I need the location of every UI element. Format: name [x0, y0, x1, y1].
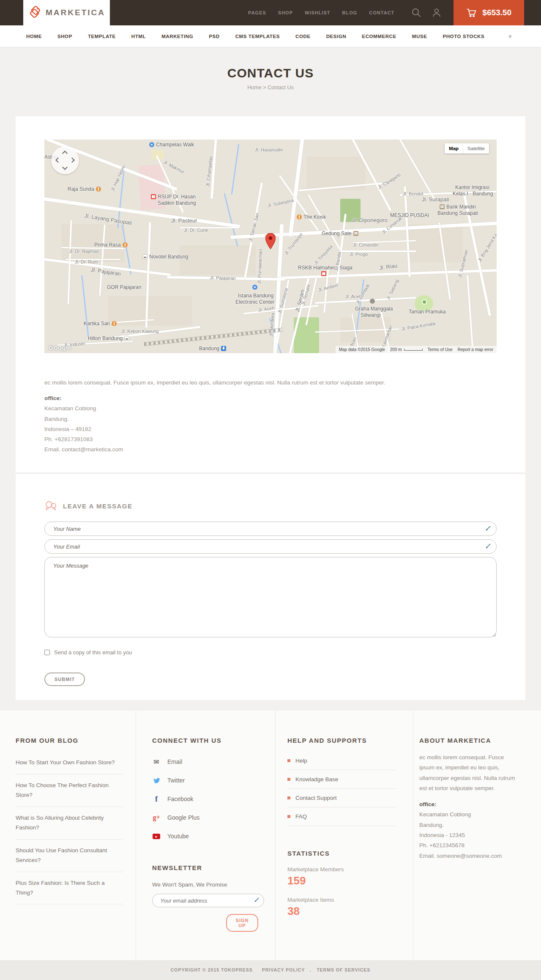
map-type-satellite-button[interactable]: Satellite — [463, 143, 489, 154]
breadcrumb-home-link[interactable]: Home — [247, 85, 261, 91]
office-label: office: — [419, 799, 525, 810]
submit-button[interactable]: SUBMIT — [44, 673, 85, 686]
blog-link[interactable]: Should You Use Fashion Consultant Servic… — [16, 840, 123, 872]
map-label: Jl. Pajajaran — [210, 275, 236, 281]
footer-about-column: ABOUT MARKETICA ec mollis lorem consequa… — [413, 711, 525, 960]
map-label: Jl. Aceh — [258, 305, 275, 313]
category-nav-item[interactable]: HOME — [26, 34, 42, 39]
send-copy-label: Send a copy of this email to you — [54, 649, 132, 656]
pan-up-icon[interactable] — [62, 151, 68, 156]
send-copy-row: Send a copy of this email to you — [44, 649, 497, 656]
top-nav-item[interactable]: PAGES — [248, 10, 266, 15]
email-icon: ✉ — [153, 758, 159, 766]
footer-connect-column: CONNECT WITH US ✉ f g+ ▶ — [136, 711, 276, 960]
category-nav-item[interactable]: PHOTO STOCKS — [443, 34, 484, 39]
category-nav-item[interactable]: MUSE — [412, 34, 427, 39]
blog-link[interactable]: Plus Size Fashion: Is There Such a Thing… — [16, 872, 123, 905]
social-link[interactable]: ✉ f g+ ▶ Twitter — [152, 771, 258, 790]
map-label — [252, 285, 259, 290]
map-poi-icon — [124, 336, 129, 341]
blog-link[interactable]: How To Start Your Own Fashion Store? — [16, 752, 123, 774]
top-nav-item[interactable]: WISHLIST — [305, 10, 331, 15]
category-nav-item[interactable]: CMS TEMPLATES — [235, 34, 280, 39]
map-label: RSUP Dr. Hasan — [151, 194, 196, 200]
map-label: Jl. Hasanudin — [255, 147, 283, 152]
statistics-section: STATISTICS Marketplace Members 159 Marke… — [287, 850, 396, 918]
map-label: Novotel Bandung — [142, 254, 188, 260]
stat-item: Marketplace Items 38 — [287, 897, 396, 918]
signup-button[interactable]: SIGN UP — [226, 914, 258, 932]
social-link[interactable]: ✉ f g+ ▶ Facebook — [152, 790, 258, 808]
stat-item: Marketplace Members 159 — [287, 866, 396, 887]
category-nav-item[interactable]: MARKETING — [161, 34, 193, 39]
map-type-map-button[interactable]: Map — [445, 143, 463, 154]
map-label — [422, 299, 429, 305]
map-marker-pin[interactable] — [265, 233, 276, 249]
map-label: Siliwangi — [361, 312, 380, 318]
stat-label: Marketplace Items — [287, 897, 396, 903]
stat-value: 38 — [287, 905, 396, 918]
message-form-card: LEAVE A MESSAGE Send a copy of this emai… — [16, 474, 525, 700]
social-icon: ✉ f g+ ▶ — [152, 795, 161, 804]
map-label: Jl. Cimandiri — [353, 242, 379, 247]
chevron-down-icon[interactable]: » — [507, 35, 514, 38]
map-label: Champelas Walk — [149, 142, 194, 148]
blog-link[interactable]: What is So Alluring About Celebrity Fash… — [16, 807, 123, 840]
help-link[interactable]: Help — [287, 752, 396, 770]
category-nav-item[interactable]: TEMPLATE — [88, 34, 116, 39]
map-pan-control[interactable] — [51, 146, 79, 174]
map-label: Jl. Dr. Rajiman — [69, 249, 99, 254]
top-nav-item[interactable]: BLOG — [342, 10, 358, 15]
address-line: Indonesia – 49182 — [44, 424, 497, 434]
map-label: Bandung — [199, 346, 226, 351]
blog-heading: FROM OUR BLOG — [16, 737, 123, 744]
category-nav-item[interactable]: HTML — [131, 34, 146, 39]
name-input[interactable] — [44, 522, 497, 536]
top-nav-item[interactable]: CONTACT — [369, 10, 394, 15]
statistics-heading: STATISTICS — [287, 850, 396, 857]
social-link[interactable]: ✉ f g+ ▶ Youtube — [152, 827, 258, 845]
email-input[interactable] — [44, 539, 497, 554]
pan-right-icon[interactable] — [69, 157, 75, 163]
report-map-error-link[interactable]: Report a map error — [458, 347, 493, 352]
google-logo[interactable]: Google — [49, 344, 72, 351]
connect-heading: CONNECT WITH US — [152, 737, 258, 744]
blog-link[interactable]: How To Choose The Perfect Fashion Store? — [16, 774, 123, 807]
help-link[interactable]: Contact Support — [287, 789, 396, 807]
cart-button[interactable]: $653.50 — [454, 0, 524, 25]
social-link[interactable]: ✉ f g+ ▶ Email — [152, 752, 258, 771]
address-line: Indonesia - 12345 — [419, 830, 525, 840]
help-link[interactable]: FAQ — [287, 807, 396, 826]
terms-of-use-link[interactable]: Terms of Use — [428, 347, 453, 352]
social-icon: ✉ f g+ ▶ — [152, 814, 161, 821]
search-icon[interactable] — [411, 8, 421, 18]
category-nav-item[interactable]: CODE — [295, 34, 311, 39]
brand-logo[interactable]: MARKETICA — [23, 0, 110, 25]
map-label: Jl. Surapati — [422, 196, 449, 203]
help-link[interactable]: Knowladge Base — [287, 770, 396, 789]
google-map[interactable]: Champelas Walk Jl. Hasanudin Aston — [44, 140, 497, 353]
send-copy-checkbox[interactable] — [44, 650, 50, 655]
newsletter-email-input[interactable] — [152, 894, 264, 907]
map-label: Jl. Cipaganti — [377, 172, 402, 190]
facebook-icon: f — [155, 795, 158, 804]
social-link[interactable]: ✉ f g+ ▶ Google Plus — [152, 808, 258, 827]
user-account-icon[interactable] — [432, 8, 442, 18]
social-label: Google Plus — [167, 814, 199, 821]
social-icon: ✉ f g+ ▶ — [152, 834, 161, 839]
price-tag-icon — [28, 5, 41, 20]
social-icon: ✉ f g+ ▶ — [152, 758, 161, 766]
pan-left-icon[interactable] — [55, 157, 61, 163]
map-label: Jl. Bondol — [403, 191, 423, 196]
category-nav-item[interactable]: SHOP — [57, 34, 72, 39]
terms-of-services-link[interactable]: TERMS OF SERVICES — [317, 967, 370, 972]
message-textarea[interactable] — [44, 557, 497, 637]
map-label: Jl. Pasteur — [171, 217, 197, 224]
category-nav-item[interactable]: ECOMMERCE — [362, 34, 396, 39]
pan-down-icon[interactable] — [62, 165, 68, 170]
top-nav-item[interactable]: SHOP — [278, 10, 293, 15]
category-nav-item[interactable]: PSD — [209, 34, 219, 39]
pen-icon — [253, 897, 259, 903]
category-nav-item[interactable]: DESIGN — [326, 34, 347, 39]
privacy-policy-link[interactable]: PRIVACY POLICY — [262, 967, 305, 972]
